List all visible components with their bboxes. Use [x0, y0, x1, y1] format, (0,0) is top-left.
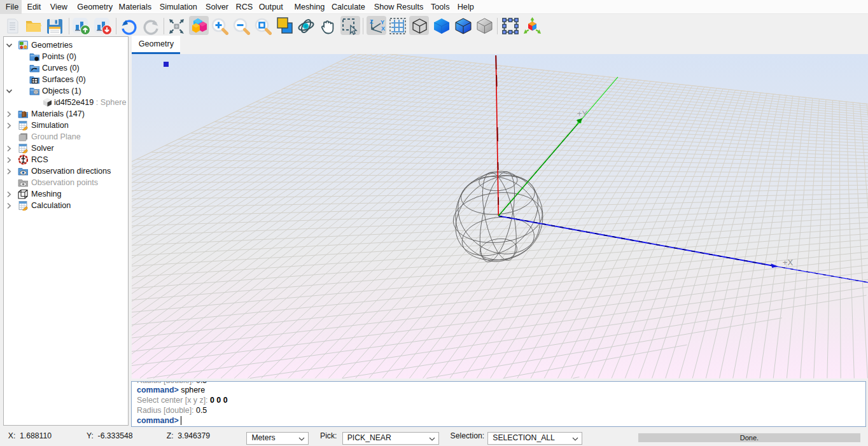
svg-text:+X: +X — [783, 258, 794, 267]
svg-text:Y: Y — [381, 19, 384, 25]
svg-text:+Y: +Y — [577, 109, 588, 118]
svg-text:Z: Z — [370, 18, 374, 25]
svg-text:X: X — [381, 25, 385, 32]
